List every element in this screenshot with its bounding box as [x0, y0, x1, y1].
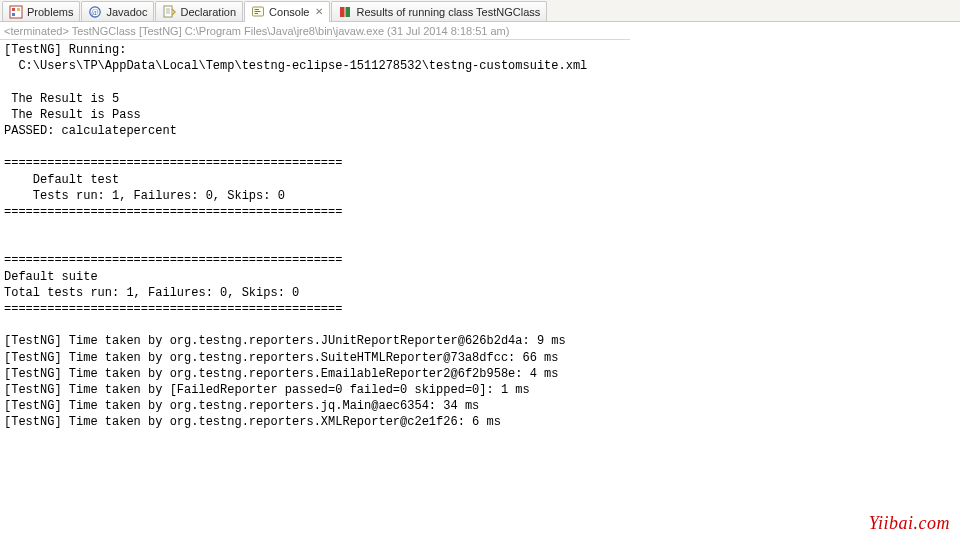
console-icon [251, 5, 265, 19]
svg-text:@: @ [92, 8, 99, 17]
view-tab-bar: Problems @ Javadoc Declaration Console ✕… [0, 0, 960, 22]
tab-testng-results[interactable]: Results of running class TestNGClass [331, 1, 547, 21]
tab-label: Javadoc [106, 6, 147, 18]
tab-javadoc[interactable]: @ Javadoc [81, 1, 154, 21]
testng-results-icon [338, 5, 352, 19]
tab-label: Problems [27, 6, 73, 18]
problems-icon [9, 5, 23, 19]
declaration-icon [162, 5, 176, 19]
console-output[interactable]: [TestNG] Running: C:\Users\TP\AppData\Lo… [0, 40, 960, 433]
svg-rect-15 [346, 7, 351, 17]
launch-description: TestNGClass [TestNG] C:\Program Files\Ja… [69, 25, 510, 37]
svg-rect-3 [12, 13, 15, 16]
svg-rect-14 [340, 7, 345, 17]
watermark: Yiibai.com [869, 513, 950, 534]
tab-problems[interactable]: Problems [2, 1, 80, 21]
tab-label: Console [269, 6, 309, 18]
close-icon[interactable]: ✕ [315, 7, 323, 17]
tab-label: Declaration [180, 6, 236, 18]
tab-declaration[interactable]: Declaration [155, 1, 243, 21]
console-status-line: <terminated> TestNGClass [TestNG] C:\Pro… [0, 22, 630, 40]
svg-rect-1 [12, 8, 15, 11]
svg-rect-2 [17, 8, 20, 11]
terminated-label: <terminated> [4, 25, 69, 37]
tab-label: Results of running class TestNGClass [356, 6, 540, 18]
tab-console[interactable]: Console ✕ [244, 1, 330, 22]
svg-rect-0 [10, 6, 22, 18]
javadoc-icon: @ [88, 5, 102, 19]
